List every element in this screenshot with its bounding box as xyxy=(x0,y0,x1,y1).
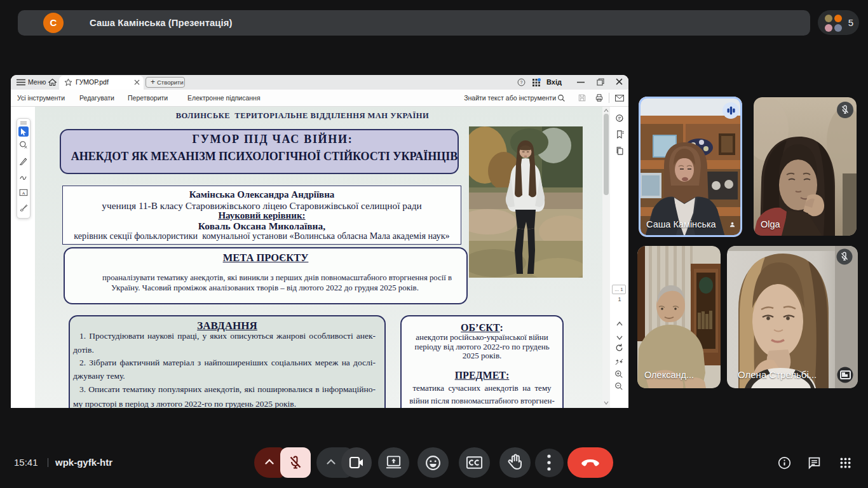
svg-text:A: A xyxy=(22,191,25,196)
svg-text:?: ? xyxy=(520,80,523,85)
